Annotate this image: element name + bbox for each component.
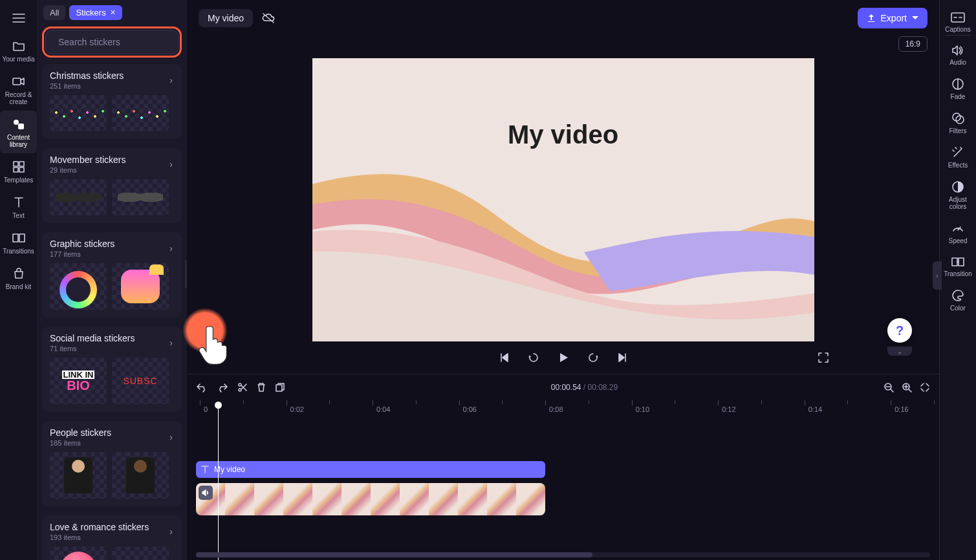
ruler[interactable]: 00:020:040:060:080:100:120:140:16 — [196, 400, 930, 418]
zoom-in-button[interactable] — [902, 382, 912, 393]
sticker-thumb[interactable]: LINK INBIO — [50, 358, 107, 404]
topbar: My video Export — [187, 0, 939, 36]
category-title: Love & romance stickers — [50, 522, 149, 532]
aspect-ratio[interactable]: 16:9 — [898, 36, 927, 52]
ruler-label: 0:02 — [290, 405, 304, 413]
category-title: Social media stickers — [50, 333, 135, 343]
chevron-right-icon[interactable]: › — [168, 524, 174, 539]
sticker-thumb[interactable] — [112, 95, 169, 131]
skip-start-button[interactable] — [499, 352, 510, 363]
sticker-thumb[interactable] — [50, 546, 107, 560]
tab-stickers[interactable]: Stickers ✕ — [69, 5, 122, 20]
timeline: 00:00.54 / 00:08.29 00:020:040:060:080:1… — [187, 374, 939, 560]
sticker-thumb[interactable] — [50, 452, 107, 499]
clip-audio-icon[interactable] — [199, 486, 213, 500]
project-title[interactable]: My video — [199, 9, 253, 27]
video-track-clip[interactable] — [196, 483, 545, 515]
duplicate-button[interactable] — [275, 382, 285, 393]
timeline-scrollbar[interactable] — [196, 552, 930, 557]
search-box[interactable] — [45, 30, 179, 54]
chevron-right-icon[interactable]: › — [168, 429, 174, 445]
sticker-thumb[interactable] — [112, 263, 169, 310]
fullscreen-button[interactable] — [818, 352, 829, 363]
rail-captions[interactable]: Captions — [940, 5, 977, 38]
redo-button[interactable] — [217, 382, 228, 393]
sticker-thumb[interactable]: SUBSC — [112, 358, 169, 404]
clip-label: My video — [214, 465, 245, 474]
playhead[interactable] — [218, 405, 219, 560]
rail-label: Record & create — [5, 91, 32, 105]
tracks[interactable]: My video — [196, 424, 930, 533]
svg-rect-13 — [276, 385, 282, 391]
hamburger-menu[interactable] — [5, 4, 33, 32]
undo-button[interactable] — [196, 382, 208, 393]
rewind-button[interactable] — [527, 351, 540, 364]
svg-rect-2 — [18, 124, 24, 129]
chevron-right-icon[interactable]: › — [168, 72, 174, 88]
chevron-right-icon[interactable]: › — [168, 241, 174, 256]
sticker-thumb[interactable] — [50, 95, 107, 131]
category-love[interactable]: Love & romance stickers 193 items › — [42, 515, 182, 560]
skip-end-button[interactable] — [616, 352, 628, 363]
chevron-right-icon[interactable]: › — [168, 335, 174, 350]
rail-templates[interactable]: Templates — [0, 153, 37, 189]
play-button[interactable] — [557, 351, 570, 364]
forward-button[interactable] — [587, 351, 600, 364]
rail-transitions[interactable]: Transitions — [0, 224, 37, 260]
tab-all[interactable]: All — [43, 5, 65, 20]
grid-icon — [12, 160, 26, 174]
right-rail-collapse[interactable]: › — [933, 261, 942, 290]
rail-audio[interactable]: Audio — [940, 38, 977, 71]
filters-icon — [951, 112, 964, 125]
rail-your-media[interactable]: Your media — [0, 32, 37, 68]
category-list[interactable]: Christmas stickers 251 items › Movember … — [42, 64, 182, 560]
category-count: 251 items — [50, 82, 124, 90]
category-count: 71 items — [50, 345, 135, 352]
delete-button[interactable] — [257, 382, 266, 393]
sticker-thumb[interactable] — [112, 452, 169, 499]
text-track-clip[interactable]: My video — [196, 461, 545, 478]
ruler-label: 0:04 — [376, 405, 390, 413]
split-button[interactable] — [237, 382, 248, 393]
ruler-label: 0:14 — [808, 405, 822, 413]
category-count: 177 items — [50, 250, 114, 258]
rail-brand-kit[interactable]: Brand kit — [0, 260, 37, 296]
scrollbar-thumb[interactable] — [196, 552, 592, 557]
rail-speed[interactable]: Speed — [940, 215, 977, 250]
rail-transition[interactable]: Transition — [940, 250, 977, 283]
category-social[interactable]: Social media stickers 71 items › LINK IN… — [42, 327, 182, 412]
rail-effects[interactable]: Effects — [940, 140, 977, 174]
rail-label: Speed — [949, 237, 968, 244]
sticker-text: LINK IN — [62, 371, 95, 379]
search-input[interactable] — [58, 37, 171, 47]
sticker-thumb[interactable] — [112, 546, 169, 560]
rail-content-library[interactable]: Content library — [0, 111, 37, 153]
rail-adjust-colors[interactable]: Adjust colors — [940, 174, 977, 215]
rail-fade[interactable]: Fade — [940, 71, 977, 105]
gauge-icon — [951, 222, 964, 235]
rail-record-create[interactable]: Record & create — [0, 68, 37, 111]
collapse-properties[interactable]: ⌄ — [887, 347, 912, 356]
rail-color[interactable]: Color — [940, 283, 977, 317]
rail-text[interactable]: Text — [0, 189, 37, 224]
category-people[interactable]: People stickers 185 items › — [42, 421, 182, 506]
close-icon[interactable]: ✕ — [110, 8, 116, 17]
sticker-thumb[interactable] — [112, 179, 169, 215]
sticker-thumb[interactable] — [50, 179, 107, 215]
cloud-off-icon[interactable] — [259, 9, 277, 27]
search-icon — [52, 37, 53, 47]
zoom-out-button[interactable] — [884, 382, 894, 393]
category-movember[interactable]: Movember stickers 29 items › — [42, 148, 182, 223]
sticker-thumb[interactable] — [50, 263, 107, 310]
rail-filters[interactable]: Filters — [940, 105, 977, 140]
transport-bar — [187, 341, 939, 374]
category-christmas[interactable]: Christmas stickers 251 items › — [42, 64, 182, 139]
help-button[interactable]: ? — [887, 318, 912, 343]
chevron-right-icon[interactable]: › — [168, 156, 174, 172]
preview-canvas[interactable]: My video — [312, 58, 814, 341]
captions-icon — [951, 12, 965, 23]
svg-rect-7 — [13, 234, 18, 242]
category-graphic[interactable]: Graphic stickers 177 items › — [42, 232, 182, 318]
zoom-fit-button[interactable] — [920, 382, 930, 393]
export-button[interactable]: Export — [858, 8, 927, 28]
